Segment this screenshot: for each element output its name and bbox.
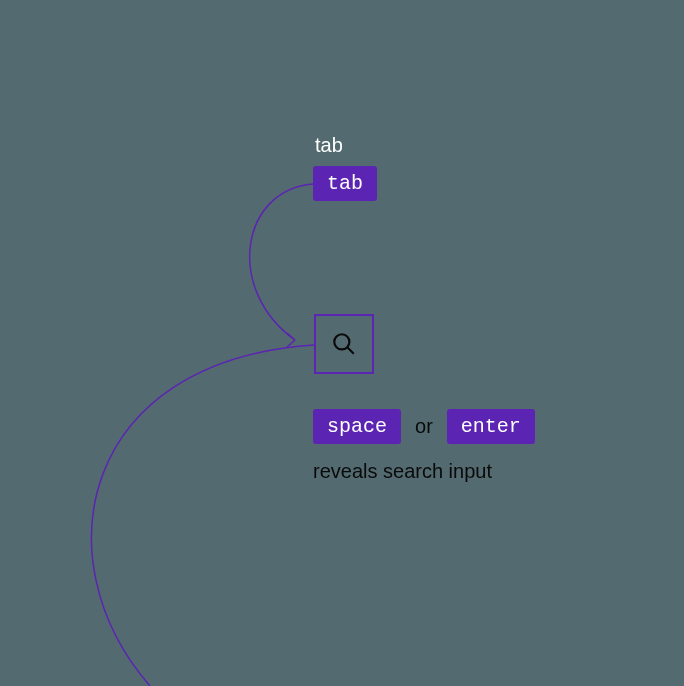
- or-separator: or: [415, 415, 433, 438]
- action-keys-row: space or enter: [313, 409, 535, 444]
- search-button[interactable]: [314, 314, 374, 374]
- reveals-caption: reveals search input: [313, 460, 492, 483]
- space-key: space: [313, 409, 401, 444]
- enter-key: enter: [447, 409, 535, 444]
- svg-line-1: [347, 347, 354, 354]
- diagram-canvas: tab tab space or enter reveals search in…: [0, 0, 684, 686]
- tab-label: tab: [315, 134, 343, 157]
- search-icon: [331, 331, 357, 357]
- tab-key: tab: [313, 166, 377, 201]
- svg-point-0: [334, 334, 349, 349]
